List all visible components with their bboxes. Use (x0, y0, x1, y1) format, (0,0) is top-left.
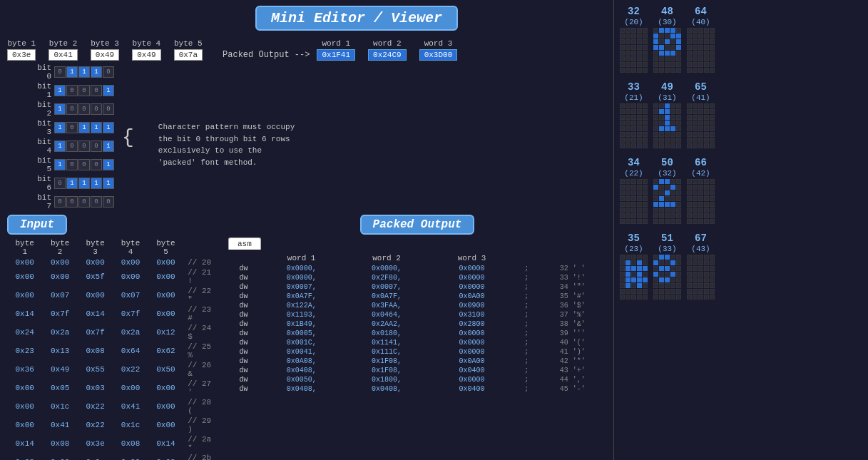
pixel (710, 283, 715, 288)
pixel (676, 62, 681, 67)
pixel (676, 143, 681, 148)
bit-cell: 0 (66, 140, 78, 152)
table-row: dw0x0408,0x1F08,0x0400;43 '+' (228, 366, 606, 375)
char-number: 66 (695, 157, 707, 168)
input-table: byte 1 byte 2 byte 3 byte 4 byte 5 0x000… (7, 237, 221, 460)
output-cell: 36 '$' (538, 301, 606, 310)
bit-row: bit 410001 (29, 138, 115, 155)
table-cell: 0x2a (42, 323, 77, 342)
pixel (698, 115, 703, 120)
pixel (653, 213, 658, 218)
pixel (643, 266, 648, 271)
pixel (659, 132, 664, 137)
pixel (665, 266, 670, 271)
tab-asm[interactable]: asm (228, 237, 261, 250)
bit-cell: 1 (78, 122, 90, 133)
pixel (620, 68, 625, 73)
bit-cell: 1 (103, 122, 114, 133)
pixel (704, 196, 709, 201)
pixel (693, 62, 698, 67)
pixel (687, 190, 692, 195)
pixel (687, 295, 692, 300)
output-cell: dw (228, 329, 259, 338)
output-cell: 35 '#' (538, 292, 606, 301)
pixel (693, 196, 698, 201)
pixel (670, 45, 675, 50)
pixel (698, 132, 703, 137)
output-cell: 0x0A08, (259, 357, 344, 366)
pixel (620, 219, 625, 224)
output-cell: dw (228, 357, 259, 366)
pixel (653, 34, 658, 39)
table-cell: 0x00 (113, 257, 148, 267)
pixel (653, 62, 658, 67)
pixel (693, 185, 698, 190)
table-cell: 0x00 (78, 286, 113, 305)
pixel (676, 202, 681, 207)
pixel (653, 51, 658, 56)
table-cell: 0x07 (42, 286, 77, 305)
output-cell: 43 '+' (538, 366, 606, 375)
input-col-header-1: byte 1 (7, 237, 42, 257)
pixel (665, 143, 670, 148)
pixel (653, 115, 658, 120)
pixel (659, 34, 664, 39)
table-cell: 0x08 (113, 453, 148, 460)
pixel (637, 138, 642, 143)
pixel (676, 115, 681, 120)
pixel (631, 295, 636, 300)
pixel (670, 132, 675, 137)
table-cell: // 22 " (183, 286, 221, 305)
pixel (704, 56, 709, 61)
pixel (665, 132, 670, 137)
pixel (643, 56, 648, 61)
pixel (698, 196, 703, 201)
pixel (659, 109, 664, 114)
word-group-3: word 3 0x3D00 (419, 39, 458, 61)
pixel (643, 202, 648, 207)
pixel (698, 138, 703, 143)
pixel (704, 115, 709, 120)
pixel (626, 138, 630, 143)
table-cell: 0x00 (7, 257, 42, 267)
pixel (626, 126, 630, 131)
byte5-value: 0x7a (174, 49, 203, 61)
pixel (626, 277, 630, 282)
pixel (637, 277, 642, 282)
pixel (659, 51, 664, 56)
output-cell: 0x1F08, (344, 366, 429, 375)
pixel (710, 56, 715, 61)
pixel (653, 208, 658, 213)
input-col-header-3: byte 3 (78, 237, 113, 257)
pixel (626, 51, 630, 56)
pixel (626, 28, 630, 33)
pixel (620, 132, 625, 137)
out-col-5 (538, 252, 606, 264)
pixel (710, 126, 715, 131)
pixel (626, 289, 630, 294)
pixel (693, 272, 698, 277)
output-cell: 0x2800 (429, 320, 514, 329)
pixel (626, 62, 630, 67)
pixel (676, 68, 681, 73)
pixel (659, 272, 664, 277)
pixel (665, 62, 670, 67)
pixel (643, 219, 648, 224)
pixel (710, 295, 715, 300)
middle-section: bit 001110bit 110001bit 210000bit 310111… (7, 63, 606, 212)
pixel (710, 208, 715, 213)
pixel (698, 202, 703, 207)
char-block: 66(42) (687, 157, 715, 224)
table-cell: // 24 $ (183, 323, 221, 342)
table-cell: 0x13 (42, 342, 77, 360)
pixel (698, 213, 703, 218)
bit-row-label: bit 4 (29, 138, 51, 155)
pixel (676, 266, 681, 271)
byte5-label: byte 5 (174, 39, 203, 48)
input-label: Input (7, 215, 67, 235)
output-cell: 33 '!' (538, 273, 606, 282)
pixel (704, 132, 709, 137)
pixel (653, 202, 658, 207)
output-cell: 0x0A00 (429, 292, 514, 301)
bit-cell: 1 (54, 103, 66, 115)
